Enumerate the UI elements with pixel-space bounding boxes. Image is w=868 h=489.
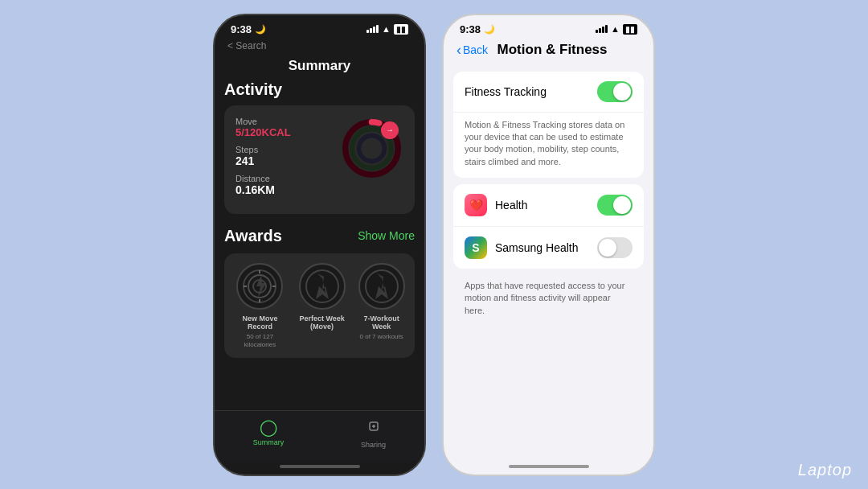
award-item-1: New Move Record 50 of 127 kilocalories [234, 263, 286, 349]
samsung-health-row: S Samsung Health [453, 227, 644, 269]
distance-label: Distance [235, 174, 339, 183]
status-bar-right: 9:38 🌙 ▲ ▮▮ [444, 15, 653, 39]
activity-card: Move 5/120KCAL Steps 241 Distance 0.16KM… [224, 105, 415, 214]
fitness-tracking-row: Fitness Tracking [453, 72, 644, 113]
phone-right: 9:38 🌙 ▲ ▮▮ ‹ Back Motion & Fitness [442, 14, 655, 476]
award-badge-2 [299, 263, 346, 310]
health-row: ❤️ Health [453, 184, 644, 227]
signal-icon-left [366, 25, 379, 33]
award-3-name: 7-Workout Week [358, 314, 405, 332]
apps-description: Apps that have requested access to your … [453, 275, 644, 325]
wifi-icon-right: ▲ [611, 24, 620, 34]
move-row: Move 5/120KCAL [235, 117, 339, 138]
toggle-knob-samsung [599, 239, 616, 257]
back-button-right[interactable]: ‹ Back [457, 42, 488, 59]
chevron-left-icon: ‹ [457, 42, 461, 59]
toggle-knob-health [613, 196, 631, 214]
sharing-tab-label: Sharing [361, 441, 386, 449]
steps-label: Steps [235, 145, 339, 154]
awards-title: Awards [224, 227, 282, 245]
battery-icon-right: ▮▮ [623, 24, 637, 35]
samsung-app-icon: S [465, 236, 487, 259]
summary-tab-label: Summary [253, 438, 285, 446]
show-more-button[interactable]: Show More [358, 229, 415, 242]
activity-stats: Move 5/120KCAL Steps 241 Distance 0.16KM [235, 117, 339, 203]
awards-header: Awards Show More [224, 227, 415, 245]
samsung-health-label: Samsung Health [495, 241, 597, 254]
health-app-label: Health [495, 199, 597, 212]
health-app-icon: ❤️ [465, 194, 487, 216]
steps-value: 241 [235, 154, 339, 167]
distance-value: 0.16KM [235, 183, 339, 196]
award-badge-1 [236, 263, 283, 310]
time-right: 9:38 [460, 23, 481, 35]
svg-point-12 [366, 270, 398, 302]
award-1-name: New Move Record [234, 314, 286, 332]
health-toggle[interactable] [597, 195, 633, 216]
svg-point-11 [306, 270, 338, 302]
apps-card: ❤️ Health S Samsung Health [453, 184, 644, 269]
settings-content-right: Fitness Tracking Motion & Fitness Tracki… [444, 65, 653, 460]
awards-grid: New Move Record 50 of 127 kilocalories P… [224, 253, 415, 359]
ring-arrow-icon: → [381, 121, 399, 139]
summary-tab-icon: ◯ [260, 417, 277, 437]
wifi-icon-left: ▲ [382, 24, 391, 34]
award-2-name: Perfect Week (Move) [293, 314, 351, 332]
steps-row: Steps 241 [235, 145, 339, 167]
samsung-health-toggle[interactable] [597, 237, 633, 258]
award-badge-3 [358, 263, 405, 310]
fitness-tracking-desc: Motion & Fitness Tracking stores data on… [453, 113, 644, 179]
back-label-right: Back [463, 43, 488, 56]
sharing-tab-icon [365, 417, 383, 439]
tab-sharing[interactable]: Sharing [361, 417, 386, 449]
screen-title-left: Summary [215, 55, 424, 80]
back-nav-left[interactable]: < Search [215, 39, 424, 55]
heart-icon: ❤️ [469, 199, 483, 212]
settings-nav: ‹ Back Motion & Fitness [444, 39, 653, 65]
activity-section-header: Activity [224, 80, 415, 99]
samsung-icon-letter: S [472, 241, 479, 254]
svg-point-3 [358, 136, 384, 162]
home-indicator-left [280, 465, 360, 468]
tab-summary[interactable]: ◯ Summary [253, 417, 285, 449]
signal-icon-right [596, 25, 608, 33]
distance-row: Distance 0.16KM [235, 174, 339, 196]
laptop-watermark: Laptop [798, 461, 852, 479]
fitness-tracking-toggle[interactable] [597, 81, 633, 102]
move-label: Move [235, 117, 339, 126]
fitness-tracking-label: Fitness Tracking [465, 85, 597, 98]
award-item-2: Perfect Week (Move) [293, 263, 351, 349]
move-value: 5/120KCAL [235, 126, 339, 138]
moon-icon-right: 🌙 [484, 24, 495, 35]
fitness-tracking-card: Fitness Tracking Motion & Fitness Tracki… [453, 72, 644, 179]
moon-icon-left: 🌙 [255, 24, 266, 35]
award-3-sub: 0 of 7 workouts [360, 333, 403, 341]
scroll-content-left: Activity Move 5/120KCAL Steps 241 Distan… [215, 80, 424, 410]
award-1-sub: 50 of 127 kilocalories [234, 333, 286, 348]
back-label-left: < Search [227, 40, 266, 51]
status-bar-left: 9:38 🌙 ▲ ▮▮ [215, 15, 424, 39]
battery-icon-left: ▮▮ [394, 24, 408, 35]
settings-page-title: Motion & Fitness [488, 42, 616, 58]
bottom-tabs-left: ◯ Summary Sharing [215, 410, 424, 460]
home-indicator-right [509, 465, 589, 468]
phone-left: 9:38 🌙 ▲ ▮▮ < Search Summary Activit [213, 14, 426, 476]
time-left: 9:38 [231, 23, 252, 35]
activity-ring-container: → [339, 117, 403, 181]
toggle-knob-fitness [613, 83, 631, 101]
award-item-3: 7-Workout Week 0 of 7 workouts [358, 263, 405, 349]
